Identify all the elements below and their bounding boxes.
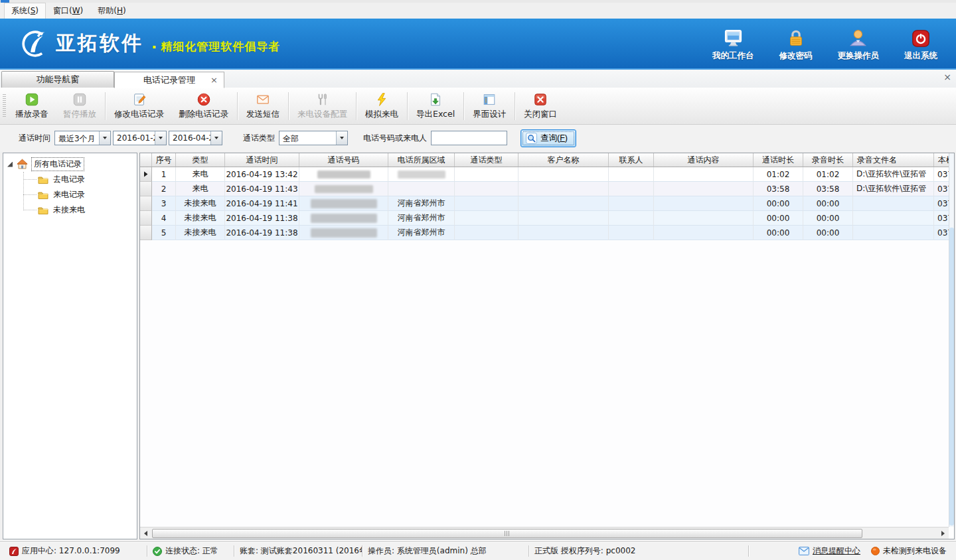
tabstrip-close-icon[interactable]: × [943,72,951,82]
phone-search-input[interactable] [431,131,507,145]
banner-action-switch-user[interactable]: 更换操作员 [838,26,880,62]
date-to-combo[interactable]: 2016-04-22 [169,131,222,145]
query-button-label: 查询(F) [540,133,568,144]
column-header-duration[interactable]: 通话时长 [754,153,803,167]
delete-icon [197,92,211,107]
tree-item-2[interactable]: 来电记录 [3,187,137,202]
tab-strip: 功能导航窗电话记录管理×× [0,70,956,88]
tab-close-icon[interactable]: × [210,72,218,88]
current-row-arrow-icon [144,171,148,177]
banner-action-power-off[interactable]: 退出系统 [900,26,941,62]
redacted-phone-number [311,228,377,238]
cell-calltype [455,182,518,196]
column-header-phone[interactable]: 通话号码 [299,153,388,167]
date-from-dropdown-icon[interactable] [155,131,166,145]
status-segment-6[interactable]: 消息提醒中心 [793,545,866,557]
edit-icon [132,92,147,107]
tab-call-record-management[interactable]: 电话记录管理× [114,72,224,88]
grid-row-1[interactable]: 1来电2016-04-19 13:4201:0201:02D:\亚拓软件\亚拓管… [140,167,949,182]
column-header-type[interactable]: 类型 [176,153,225,167]
cell-rec_duration: 03:58 [803,182,853,196]
grid-rows: 1来电2016-04-19 13:4201:0201:02D:\亚拓软件\亚拓管… [140,167,949,240]
toolbar-button-label: 删除电话记录 [179,109,228,120]
toolbar-grip[interactable] [3,94,6,117]
horizontal-scrollbar[interactable] [140,527,949,539]
cell-duration: 03:58 [754,182,803,196]
toolbar-button-edit[interactable]: 修改电话记录 [107,90,171,122]
banner-action-password-lock[interactable]: 修改密码 [775,26,817,62]
cell-no: 4 [152,211,176,226]
call-type-dropdown-icon[interactable] [336,131,347,145]
tree-item-1[interactable]: 去电记录 [3,172,137,187]
horizontal-scrollbar-thumb[interactable] [152,529,862,538]
column-header-calltype[interactable]: 通话类型 [455,153,518,167]
column-header-rec_duration[interactable]: 录音时长 [803,153,853,167]
time-preset-value: 最近3个月 [55,131,99,145]
password-lock-icon [786,26,806,48]
cell-content [654,211,754,226]
date-to-dropdown-icon[interactable] [210,131,222,145]
toolbar-button-export-excel[interactable]: 导出Excel [409,90,462,122]
toolbar-button-simulate-call[interactable]: 模拟来电 [358,90,406,122]
time-preset-combo[interactable]: 最近3个月 [54,131,111,145]
column-header-sel[interactable] [140,153,152,167]
cell-selector [140,226,152,240]
grid-row-3[interactable]: 3未接来电2016-04-19 11:41河南省郑州市00:0000:00037 [140,196,949,211]
cell-customer [518,226,609,240]
filter-bar: 通话时间 最近3个月 2016-01-22 2016-04-22 通话类型 全部… [0,125,956,151]
toolbar-button-close-window[interactable]: 关闭窗口 [517,90,564,122]
call-type-combo[interactable]: 全部 [279,131,348,145]
cell-rec_duration: 00:00 [803,196,853,211]
vertical-scrollbar-thumb[interactable] [949,228,954,525]
column-header-no[interactable]: 序号 [152,153,176,167]
brand-logo-icon [20,29,50,59]
menu-item-3[interactable]: 帮助(H) [90,3,133,19]
column-header-time[interactable]: 通话时间 [225,153,299,167]
column-header-content[interactable]: 通话内容 [654,153,754,167]
column-header-local[interactable]: 本机号码 [934,153,949,167]
grid-row-5[interactable]: 5未接来电2016-04-19 11:38河南省郑州市00:0000:00037 [140,226,949,240]
menu-item-2[interactable]: 窗口(W) [46,3,90,19]
column-header-customer[interactable]: 客户名称 [518,153,609,167]
tab-function-navigator[interactable]: 功能导航窗 [1,71,114,88]
column-header-contact[interactable]: 联系人 [609,153,654,167]
toolbar-button-label: 界面设计 [473,109,506,120]
redacted-phone-number [311,214,377,223]
toolbar-button-ui-design[interactable]: 界面设计 [465,90,513,122]
toolbar-button-sms[interactable]: 发送短信 [239,90,287,122]
simulate-call-icon [374,92,389,107]
tree-item-label: 去电记录 [53,174,85,185]
switch-user-icon [848,26,868,48]
query-button[interactable]: 查询(F) [520,129,576,147]
toolbar-button-play[interactable]: 播放录音 [8,90,56,122]
toolbar-button-delete[interactable]: 删除电话记录 [171,90,236,122]
tree-root-label: 所有电话记录 [31,157,84,171]
scroll-left-icon[interactable] [140,527,151,539]
banner-action-workbench[interactable]: 我的工作台 [712,26,754,62]
grid-row-4[interactable]: 4未接来电2016-04-19 11:38河南省郑州市00:0000:00037 [140,211,949,226]
tree-expand-icon[interactable] [7,162,13,167]
folder-icon [38,175,48,184]
call-record-tree: 所有电话记录去电记录来电记录未接来电 [3,153,137,539]
date-from-combo[interactable]: 2016-01-22 [113,131,167,145]
vertical-scrollbar[interactable] [949,153,954,527]
time-preset-dropdown-icon[interactable] [99,131,110,145]
tree-item-label: 来电记录 [53,189,85,200]
tree-root-all-call-records[interactable]: 所有电话记录 [3,157,137,172]
menu-item-1[interactable]: 系统(S) [4,3,46,19]
column-header-file[interactable]: 录音文件名 [853,153,934,167]
tree-item-3[interactable]: 未接来电 [3,202,137,218]
scroll-right-icon[interactable] [937,527,949,539]
export-excel-icon [428,92,443,107]
call-record-grid: 序号类型通话时间通话号码电话所属区域通话类型客户名称联系人通话内容通话时长录音时… [139,153,955,539]
cell-content [654,182,754,196]
cell-phone [299,167,388,182]
redacted-region [398,171,445,178]
cell-contact [609,196,654,211]
redacted-phone-number [311,199,377,208]
grid-row-2[interactable]: 2来电2016-04-19 11:4303:5803:58D:\亚拓软件\亚拓管… [140,182,949,196]
column-header-region[interactable]: 电话所属区域 [388,153,455,167]
cell-file: D:\亚拓软件\亚拓管 [853,167,934,182]
status-text: 连接状态: 正常 [165,545,218,557]
cell-local: 037 [934,226,949,240]
